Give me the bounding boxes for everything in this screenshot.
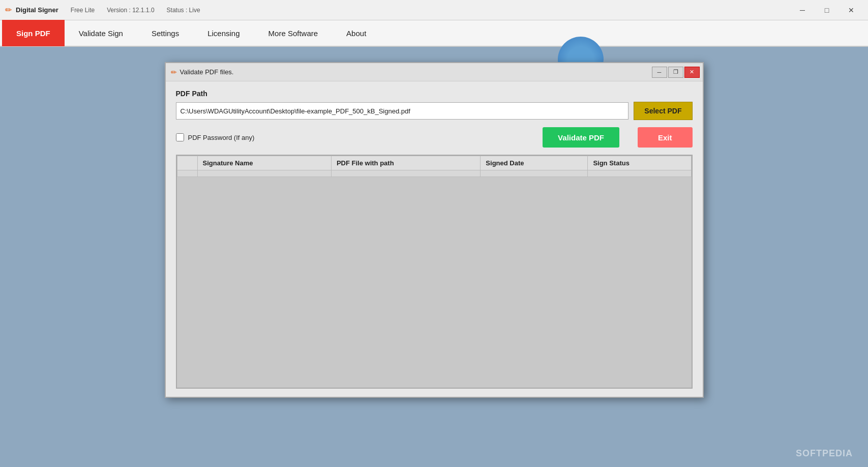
dialog-controls: ─ ❐ ✕ bbox=[652, 67, 700, 78]
softpedia-watermark: SOFTPEDIA bbox=[796, 448, 853, 459]
results-table: Signature Name PDF File with path Signed… bbox=[177, 156, 692, 177]
nav-about[interactable]: About bbox=[332, 20, 380, 46]
col-num bbox=[177, 156, 197, 170]
app-edition: Free Lite bbox=[71, 7, 95, 14]
col-signed-date: Signed Date bbox=[481, 156, 588, 170]
dialog-content: PDF Path Select PDF PDF Password (If any… bbox=[166, 81, 703, 397]
pdf-path-input[interactable] bbox=[176, 102, 629, 120]
maximize-button[interactable]: □ bbox=[815, 3, 839, 18]
nav-more-software[interactable]: More Software bbox=[254, 20, 333, 46]
dialog-icon: ✏ bbox=[171, 68, 177, 76]
exit-button[interactable]: Exit bbox=[638, 127, 693, 148]
dialog-titlebar: ✏ Validate PDF files. ─ ❐ ✕ bbox=[166, 63, 703, 81]
results-table-container: Signature Name PDF File with path Signed… bbox=[176, 155, 693, 389]
app-title: Digital Signer bbox=[16, 6, 58, 14]
titlebar-controls: ─ □ ✕ bbox=[791, 3, 863, 18]
pdf-password-label: PDF Password (If any) bbox=[188, 134, 255, 141]
nav-sign-pdf[interactable]: Sign PDF bbox=[2, 20, 65, 46]
dialog-close-button[interactable]: ✕ bbox=[684, 67, 700, 78]
app-version: Version : 12.1.1.0 bbox=[107, 7, 154, 14]
col-sign-status: Sign Status bbox=[588, 156, 691, 170]
dialog-restore-button[interactable]: ❐ bbox=[668, 67, 683, 78]
col-signature-name: Signature Name bbox=[197, 156, 331, 170]
pdf-path-row: Select PDF bbox=[176, 102, 693, 120]
nav-validate-sign[interactable]: Validate Sign bbox=[65, 20, 137, 46]
select-pdf-button[interactable]: Select PDF bbox=[634, 102, 692, 120]
validate-pdf-button[interactable]: Validate PDF bbox=[543, 127, 619, 148]
app-icon: ✏ bbox=[5, 5, 12, 15]
dialog-title: Validate PDF files. bbox=[180, 68, 234, 76]
close-button[interactable]: ✕ bbox=[840, 3, 863, 18]
navbar: Sign PDF Validate Sign Settings Licensin… bbox=[0, 20, 868, 47]
table-row bbox=[177, 170, 691, 177]
table-header: Signature Name PDF File with path Signed… bbox=[177, 156, 691, 170]
main-area: ✏ Validate PDF files. ─ ❐ ✕ PDF Path Sel… bbox=[0, 47, 868, 467]
titlebar-left: ✏ Digital Signer Free Lite Version : 12.… bbox=[5, 5, 200, 15]
validate-pdf-dialog: ✏ Validate PDF files. ─ ❐ ✕ PDF Path Sel… bbox=[165, 62, 704, 398]
col-pdf-file: PDF File with path bbox=[331, 156, 480, 170]
app-status: Status : Live bbox=[167, 7, 200, 14]
table-body bbox=[177, 170, 691, 177]
dialog-title-left: ✏ Validate PDF files. bbox=[171, 68, 234, 76]
title-bar: ✏ Digital Signer Free Lite Version : 12.… bbox=[0, 0, 868, 20]
pdf-password-checkbox[interactable] bbox=[176, 133, 184, 141]
minimize-button[interactable]: ─ bbox=[791, 3, 814, 18]
table-empty-area bbox=[177, 177, 692, 389]
nav-settings[interactable]: Settings bbox=[137, 20, 193, 46]
nav-licensing[interactable]: Licensing bbox=[193, 20, 254, 46]
pdf-path-label: PDF Path bbox=[176, 90, 693, 98]
dialog-minimize-button[interactable]: ─ bbox=[652, 67, 667, 78]
password-row: PDF Password (If any) Validate PDF Exit bbox=[176, 127, 693, 148]
